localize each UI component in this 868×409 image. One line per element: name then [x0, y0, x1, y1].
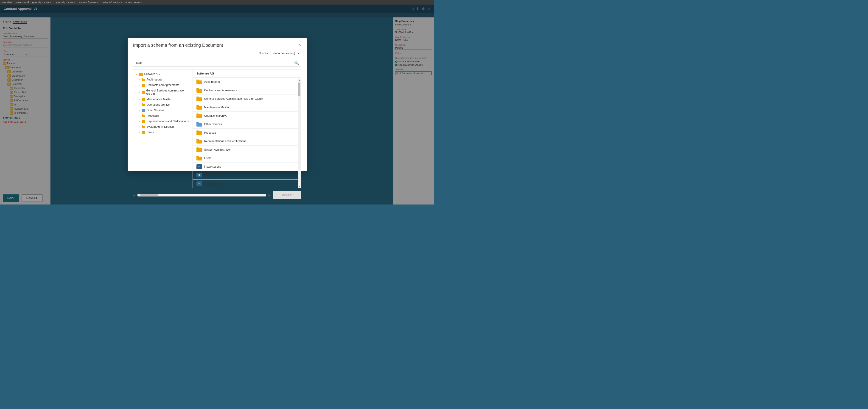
modal-header: Import a schema from an existing Documen…	[128, 38, 307, 51]
sort-select[interactable]: Name (ascending)	[271, 51, 301, 56]
scroll-right-arrow[interactable]: ▶	[269, 194, 271, 197]
tree-system-admin[interactable]: ▶ System Administration	[133, 124, 192, 130]
file-img-icon-1: 🖼	[196, 164, 202, 169]
tree-label-system-admin: System Administration	[147, 125, 174, 128]
file-list-item-img1[interactable]: 🖼 image (1).png	[193, 163, 301, 171]
horizontal-scrollbar[interactable]	[137, 194, 267, 197]
tree-label-users: Users	[147, 131, 154, 134]
file-label-maintenance: Maintenance Master	[204, 106, 229, 109]
folder-icon-representations	[142, 120, 145, 123]
file-list-item-other[interactable]: Other Sources	[193, 120, 301, 129]
search-row: 🔍	[133, 59, 301, 67]
folder-icon-general	[142, 91, 145, 94]
folder-icon-contracts	[142, 84, 145, 87]
scroll-left-arrow[interactable]: ◀	[133, 194, 135, 197]
file-label-audit: Audit reports	[204, 80, 220, 83]
browser-tab[interactable]: Getting Started	[15, 1, 29, 3]
file-folder-icon-audit	[196, 79, 202, 84]
search-icon[interactable]: 🔍	[294, 61, 299, 65]
tree-chevron: ▶	[139, 121, 140, 123]
tree-label-other: Other Sources	[147, 109, 164, 112]
file-folder-icon-maintenance	[196, 105, 202, 110]
tree-operations[interactable]: ▶ Operations archive	[133, 102, 192, 107]
file-list-item-users[interactable]: Users	[193, 154, 301, 163]
browser-tab[interactable]: Opportunity: Exostar 2...	[31, 1, 53, 3]
tree-label-audit: Audit reports	[147, 78, 162, 81]
expand-icon: ▼	[136, 73, 138, 75]
browser-tab[interactable]: Most Visited	[2, 1, 13, 3]
file-folder-icon-system-admin	[196, 147, 202, 152]
tree-maintenance[interactable]: ▶ Maintenance Master	[133, 97, 192, 102]
modal-content-row: ▼ Software AG ▶	[133, 69, 301, 188]
modal-overlay: Import a schema from an existing Documen…	[0, 5, 434, 205]
file-list-item-audit[interactable]: Audit reports	[193, 78, 301, 86]
file-folder-icon-other	[196, 122, 202, 127]
file-folder-icon-general	[196, 97, 202, 101]
file-list-item-representations[interactable]: Representations and Certifications	[193, 137, 301, 145]
browser-tab[interactable]: Opportunity: Exostar 2...	[55, 1, 77, 3]
tree-audit-reports[interactable]: ▶ Audit reports	[133, 77, 192, 82]
sort-label: Sort by:	[259, 52, 269, 55]
file-list-item-contracts[interactable]: Contracts and Agreements	[193, 86, 301, 95]
tree-software-ag[interactable]: ▼ Software AG	[133, 71, 192, 77]
tree-label-proposals: Proposals	[147, 114, 159, 117]
tree-chevron: ▶	[139, 91, 140, 93]
file-list-item-operations[interactable]: Operations archive	[193, 112, 301, 120]
file-label-img3: image (3).png	[204, 182, 221, 185]
apply-button[interactable]: APPLY	[273, 191, 301, 199]
search-input[interactable]	[133, 59, 301, 67]
tree-label-contracts: Contracts and Agreements	[147, 83, 179, 87]
file-img-icon-3: 🖼	[196, 181, 202, 186]
modal-file-list: Software AG Audit reports Contracts an	[193, 69, 301, 188]
tree-chevron: ▶	[139, 104, 140, 106]
folder-icon-proposals	[142, 114, 145, 117]
tree-label-general: General Services Administration GS-35f	[146, 89, 190, 95]
tree-general-services[interactable]: ▶ General Services Administration GS-35f	[133, 88, 192, 97]
tree-representations[interactable]: ▶ Representations and Certifications	[133, 118, 192, 124]
import-schema-modal: Import a schema from an existing Documen…	[128, 38, 307, 171]
file-list-item-img3[interactable]: 🖼 image (3).png	[193, 179, 301, 188]
tree-chevron: ▶	[139, 79, 140, 81]
modal-body: Sort by: Name (ascending) 🔍 ▼	[128, 51, 307, 204]
file-label-representations: Representations and Certifications	[204, 140, 246, 143]
tree-contracts[interactable]: ▶ Contracts and Agreements	[133, 82, 192, 88]
file-list-item-maintenance[interactable]: Maintenance Master	[193, 103, 301, 112]
folder-icon-maintenance	[142, 98, 145, 101]
browser-tab[interactable]: Google Hangouts	[126, 1, 142, 3]
browser-tab[interactable]: SpringCM/Docusign s...	[102, 1, 124, 3]
file-list-item-general[interactable]: General Services Administration GS-35F-0…	[193, 95, 301, 103]
tree-chevron: ▶	[139, 109, 140, 111]
tree-chevron: ▶	[139, 131, 140, 133]
file-label-system-admin: System Administration	[204, 148, 231, 151]
file-folder-icon-representations	[196, 139, 202, 143]
folder-icon-other	[142, 109, 145, 112]
file-label-other: Other Sources	[204, 123, 222, 126]
tree-chevron: ▶	[139, 98, 140, 100]
modal-tree: ▼ Software AG ▶	[133, 69, 193, 188]
file-list-item-system-admin[interactable]: System Administration	[193, 145, 301, 154]
vertical-scrollbar[interactable]: ▲ ▼	[298, 79, 301, 188]
file-label-contracts: Contracts and Agreements	[204, 89, 237, 92]
folder-icon-software-ag	[139, 73, 143, 76]
file-folder-icon-operations	[196, 113, 202, 118]
modal-close-button[interactable]: ×	[299, 43, 301, 47]
browser-tabs: Most Visited Getting Started Opportunity…	[0, 0, 434, 5]
tree-chevron: ▶	[139, 115, 140, 117]
file-img-icon-2: 🖼	[196, 173, 202, 177]
tree-users[interactable]: ▶ Users	[133, 130, 192, 135]
tree-label-software-ag: Software AG	[144, 72, 159, 76]
tree-label-representations: Representations and Certifications	[147, 120, 189, 123]
app-background: Contract Approval: V1 ℹ ⬇ ⚙ ⊞ STEPS VARI…	[0, 5, 434, 205]
scroll-thumb	[298, 82, 301, 96]
file-list-header: Software AG	[193, 69, 301, 78]
tree-other-sources[interactable]: ▶ Other Sources	[133, 107, 192, 113]
file-label-proposals: Proposals	[204, 131, 216, 134]
tree-proposals[interactable]: ▶ Proposals	[133, 113, 192, 118]
tree-chevron: ▶	[139, 84, 140, 86]
browser-tab[interactable]: Form Configuration - ...	[79, 1, 100, 3]
file-list-item-proposals[interactable]: Proposals	[193, 129, 301, 137]
tree-label-maintenance: Maintenance Master	[147, 98, 172, 101]
file-list-item-img2[interactable]: 🖼 image (2).png	[193, 171, 301, 179]
scrollbar-h-thumb	[140, 194, 158, 196]
file-label-img1: image (1).png	[204, 165, 221, 168]
